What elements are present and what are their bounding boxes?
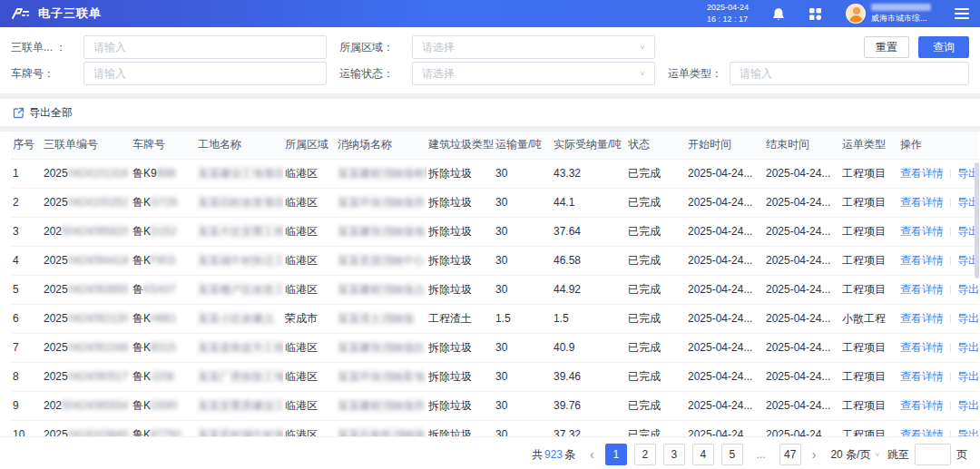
cell-end-time: 2025-04-24... xyxy=(764,391,840,420)
action-divider xyxy=(950,343,951,352)
cell-volume: 30 xyxy=(494,188,552,217)
redacted-text: B315 xyxy=(151,341,176,354)
action-divider xyxy=(950,401,951,410)
cell-actual-received: 1.5 xyxy=(552,304,626,333)
query-button[interactable]: 查询 xyxy=(918,36,969,58)
view-detail-link[interactable]: 查看详情 xyxy=(900,167,944,180)
area-select[interactable]: 请选择 ∨ xyxy=(412,35,655,59)
export-row-link[interactable]: 导出 xyxy=(957,428,978,437)
user-avatar[interactable] xyxy=(846,4,866,24)
page-button-1[interactable]: 1 xyxy=(605,444,627,465)
cell-seq: 3 xyxy=(11,217,42,246)
table-row: 3 20250424095820 鲁KD152 某某片区安置工程 临港区 某某建… xyxy=(11,217,978,246)
action-divider xyxy=(950,256,951,265)
prev-page-button[interactable]: ‹ xyxy=(586,447,598,462)
transport-status-select[interactable]: 请选择 ∨ xyxy=(412,62,655,85)
redacted-text: 某某建筑消纳场区 xyxy=(338,341,425,354)
action-divider xyxy=(950,169,951,178)
page-button-3[interactable]: 3 xyxy=(663,444,685,465)
page-button-2[interactable]: 2 xyxy=(634,444,656,465)
cell-order-type: 工程项目 xyxy=(840,188,898,217)
view-detail-link[interactable]: 查看详情 xyxy=(900,341,944,354)
page-ellipsis: ... xyxy=(750,444,772,465)
cell-start-time: 2025-04-24... xyxy=(686,188,764,217)
cell-end-time: 2025-04-24... xyxy=(764,304,840,333)
cell-plate: 鲁KH661 xyxy=(131,304,196,333)
view-detail-link[interactable]: 查看详情 xyxy=(900,283,944,296)
cell-waste-type: 工程渣土 xyxy=(426,304,494,333)
cell-site: 某某旧村改造项目工.. xyxy=(196,188,283,217)
view-detail-link[interactable]: 查看详情 xyxy=(900,370,944,383)
view-detail-link[interactable]: 查看详情 xyxy=(900,196,944,209)
view-detail-link[interactable]: 查看详情 xyxy=(900,428,944,437)
cell-site: 某某安置房建设工地 xyxy=(196,391,283,420)
table-row: 4 20250424094418 鲁KF903 某某城中村拆迁工地 临港区 某某… xyxy=(11,246,978,275)
jump-page-input[interactable] xyxy=(915,444,951,465)
view-detail-link[interactable]: 查看详情 xyxy=(900,254,944,267)
column-header: 结束时间 xyxy=(764,132,840,159)
cell-start-time: 2025-04-24... xyxy=(686,217,764,246)
cell-end-time: 2025-04-24... xyxy=(764,420,840,436)
user-account-area[interactable]: 威海市城市综... xyxy=(846,4,931,24)
trip-no-input[interactable] xyxy=(83,35,327,59)
cell-plate: 鲁KD152 xyxy=(131,217,196,246)
cell-volume: 30 xyxy=(494,159,552,188)
redacted-text: 0424090517 xyxy=(68,370,129,383)
cell-disposal-site: 某某资源消纳中心 xyxy=(336,246,426,275)
apps-grid-icon[interactable] xyxy=(808,7,822,21)
table-scrollbar[interactable] xyxy=(975,162,979,278)
page-title: 电子三联单 xyxy=(38,5,102,22)
cell-seq: 9 xyxy=(11,391,42,420)
cell-area: 临港区 xyxy=(283,246,336,275)
cell-seq: 2 xyxy=(11,188,42,217)
app-logo-icon xyxy=(11,6,31,21)
plate-input[interactable] xyxy=(83,62,327,85)
page-size-select[interactable]: 20 条/页 ∨ xyxy=(830,447,880,463)
current-time: 16 : 12 : 17 xyxy=(707,14,749,25)
export-row-link[interactable]: 导出 xyxy=(957,312,978,325)
cell-disposal-site: 某某建材消纳场有限 xyxy=(336,159,426,188)
redacted-text: 某某旧村改造项目工.. xyxy=(198,196,283,209)
cell-seq: 1 xyxy=(11,159,42,188)
cell-waste-type: 拆除垃圾 xyxy=(426,217,494,246)
page-button-47[interactable]: 47 xyxy=(779,444,801,465)
cell-plate: 鲁KG726 xyxy=(131,188,196,217)
table-header-row: 序号三联单编号车牌号工地名称所属区域消纳场名称建筑垃圾类型运输量/吨实际受纳量/… xyxy=(11,132,978,159)
redacted-text: 50424085934 xyxy=(62,399,128,412)
cell-disposal-site: 某某建材消纳场点 xyxy=(336,275,426,304)
cell-start-time: 2025-04-24... xyxy=(686,333,764,362)
redacted-text: 某某棚户区改造工地 xyxy=(198,283,283,296)
cell-actions: 查看详情导出 xyxy=(898,304,978,333)
cell-end-time: 2025-04-24... xyxy=(764,362,840,391)
export-row-link[interactable]: 导出 xyxy=(957,341,978,354)
hamburger-menu-icon[interactable] xyxy=(955,8,969,19)
export-all-button[interactable]: 导出全部 xyxy=(13,105,73,121)
cell-end-time: 2025-04-24... xyxy=(764,333,840,362)
redacted-text: 某某资源消纳中心 xyxy=(338,254,425,267)
redacted-text: 某某厂房拆除工地段 xyxy=(198,370,283,383)
view-detail-link[interactable]: 查看详情 xyxy=(900,399,944,412)
cell-waste-type: 拆除垃圾 xyxy=(426,420,494,436)
cell-area: 临港区 xyxy=(283,362,336,391)
cell-area: 临港区 xyxy=(283,217,336,246)
page-button-4[interactable]: 4 xyxy=(692,444,714,465)
page-button-5[interactable]: 5 xyxy=(721,444,743,465)
redacted-text: 0418103840 xyxy=(68,428,129,436)
cell-trip-no: 20250424085934 xyxy=(42,391,131,420)
view-detail-link[interactable]: 查看详情 xyxy=(900,312,944,325)
jump-label: 跳至 xyxy=(887,447,909,463)
column-header: 开始时间 xyxy=(686,132,764,159)
redacted-text: 某某建材消纳场有限 xyxy=(338,167,426,180)
cell-site: 某某建设工地项目 xyxy=(196,159,283,188)
cell-volume: 30 xyxy=(494,246,552,275)
order-type-input[interactable] xyxy=(730,62,969,85)
export-row-link[interactable]: 导出 xyxy=(957,399,978,412)
reset-button[interactable]: 重置 xyxy=(864,36,909,58)
cell-actual-received: 43.32 xyxy=(552,159,626,188)
redacted-text: 87750 xyxy=(151,428,181,437)
next-page-button[interactable]: › xyxy=(808,447,820,462)
view-detail-link[interactable]: 查看详情 xyxy=(900,225,944,238)
export-row-link[interactable]: 导出 xyxy=(957,370,978,383)
export-row-link[interactable]: 导出 xyxy=(957,283,978,296)
notification-bell-icon[interactable] xyxy=(772,7,785,21)
